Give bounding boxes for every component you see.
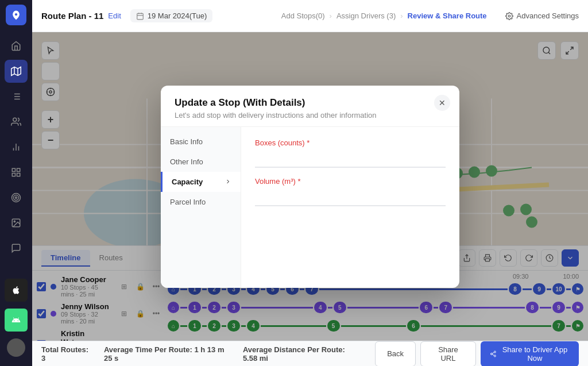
date-picker[interactable]: 19 Mar 2024(Tue) [130, 9, 213, 22]
svg-rect-14 [12, 168, 15, 171]
modal-nav-capacity[interactable]: Capacity [161, 172, 241, 192]
svg-line-76 [492, 352, 494, 353]
bottom-footer: Total Routes: 3 Average Time Per Route: … [32, 341, 588, 366]
svg-rect-16 [17, 174, 20, 176]
chevron-right-icon [225, 178, 231, 185]
svg-point-73 [490, 353, 492, 355]
calendar-icon [136, 12, 144, 20]
modal-nav-other-info[interactable]: Other Info [161, 152, 241, 172]
total-routes-value: 3 [41, 354, 45, 363]
step-assign-drivers[interactable]: Assign Drivers (3) [336, 11, 396, 20]
modal-subtitle: Let's add stop with delivery instruction… [175, 111, 446, 120]
volume-label: Volume (m³) * [255, 177, 446, 186]
settings-label: Advanced Settings [517, 11, 579, 20]
edit-button[interactable]: Edit [108, 11, 121, 20]
sidebar-item-list[interactable] [5, 85, 28, 108]
workflow-steps: Add Stops(0) › Assign Drivers (3) › Revi… [281, 11, 487, 20]
sidebar [0, 0, 32, 366]
sidebar-item-users[interactable] [5, 110, 28, 133]
sidebar-item-grid[interactable] [5, 161, 28, 184]
topbar-route: Route Plan - 11 Edit [41, 11, 121, 21]
field-group-boxes: Boxes (counts) * [255, 138, 446, 168]
svg-rect-15 [17, 168, 20, 171]
avg-time-label: Average Time Per Route: [104, 345, 192, 354]
step-add-stops[interactable]: Add Stops(0) [281, 11, 325, 20]
modal-header: Update a Stop (With Details) Let's add s… [161, 86, 459, 127]
modal-nav: Basic Info Other Info Capacity Parcel In… [161, 127, 241, 288]
sidebar-item-chat[interactable] [5, 237, 28, 260]
boxes-input[interactable] [255, 151, 446, 168]
total-routes-label: Total Routes: [41, 345, 88, 354]
step-review-share[interactable]: Review & Share Route [408, 11, 487, 20]
sidebar-item-android[interactable] [5, 309, 28, 332]
avg-dist-label: Average Distance Per Route: [243, 345, 345, 354]
avg-time-stat: Average Time Per Route: 1 h 13 m 25 s [104, 345, 229, 363]
share-url-button[interactable]: Share URL [420, 341, 476, 367]
svg-marker-1 [11, 67, 21, 76]
volume-input[interactable] [255, 189, 446, 206]
total-routes-stat: Total Routes: 3 [41, 345, 90, 363]
sidebar-item-map[interactable] [5, 60, 28, 83]
modal-body: Basic Info Other Info Capacity Parcel In… [161, 127, 459, 288]
sidebar-item-target[interactable] [5, 186, 28, 209]
step-arrow-1: › [330, 11, 332, 20]
date-label: 19 Mar 2024(Tue) [148, 11, 207, 20]
svg-point-0 [15, 13, 17, 16]
svg-rect-17 [12, 174, 15, 176]
modal-content: Boxes (counts) * Volume (m³) * [241, 127, 459, 288]
volume-label-text: Volume (m³) [255, 177, 296, 186]
topbar: Route Plan - 11 Edit 19 Mar 2024(Tue) Ad… [32, 0, 588, 32]
share-app-label: Share to Driver App Now [500, 345, 570, 363]
svg-point-72 [494, 351, 496, 353]
advanced-settings-button[interactable]: Advanced Settings [505, 11, 579, 20]
sidebar-bottom [5, 279, 28, 361]
settings-icon [505, 12, 513, 20]
svg-point-10 [13, 118, 17, 121]
svg-point-19 [14, 195, 19, 201]
boxes-label: Boxes (counts) * [255, 138, 446, 147]
sidebar-item-chart[interactable] [5, 136, 28, 159]
svg-point-74 [494, 355, 496, 356]
sidebar-item-apple[interactable] [5, 279, 28, 302]
avg-dist-stat: Average Distance Per Route: 5.58 mi [243, 345, 361, 363]
boxes-required-marker: * [307, 138, 310, 147]
share-app-icon [490, 350, 497, 358]
modal-title: Update a Stop (With Details) [175, 97, 446, 109]
modal-overlay[interactable]: Update a Stop (With Details) Let's add s… [32, 32, 588, 341]
sidebar-item-home[interactable] [5, 34, 28, 57]
svg-line-75 [492, 354, 494, 355]
sidebar-logo[interactable] [6, 5, 26, 25]
volume-required-marker: * [297, 177, 300, 186]
field-group-volume: Volume (m³) * [255, 177, 446, 206]
svg-point-20 [16, 197, 17, 199]
step-arrow-2: › [400, 11, 403, 20]
modal-nav-parcel-info[interactable]: Parcel Info [161, 192, 241, 212]
back-button[interactable]: Back [375, 341, 416, 367]
svg-rect-23 [137, 13, 144, 19]
svg-point-27 [508, 15, 510, 17]
route-name: Route Plan - 11 [41, 11, 103, 21]
share-to-driver-button[interactable]: Share to Driver App Now [481, 341, 579, 367]
update-stop-modal: Update a Stop (With Details) Let's add s… [161, 86, 459, 288]
sidebar-item-image[interactable] [5, 211, 28, 234]
user-avatar[interactable] [7, 338, 25, 357]
footer-actions: Back Share URL Share to Driver App Now [375, 341, 579, 367]
avg-dist-value: 5.58 mi [243, 354, 268, 363]
modal-nav-basic-info[interactable]: Basic Info [161, 132, 241, 152]
modal-close-button[interactable]: ✕ [434, 95, 450, 111]
svg-point-22 [14, 221, 15, 222]
